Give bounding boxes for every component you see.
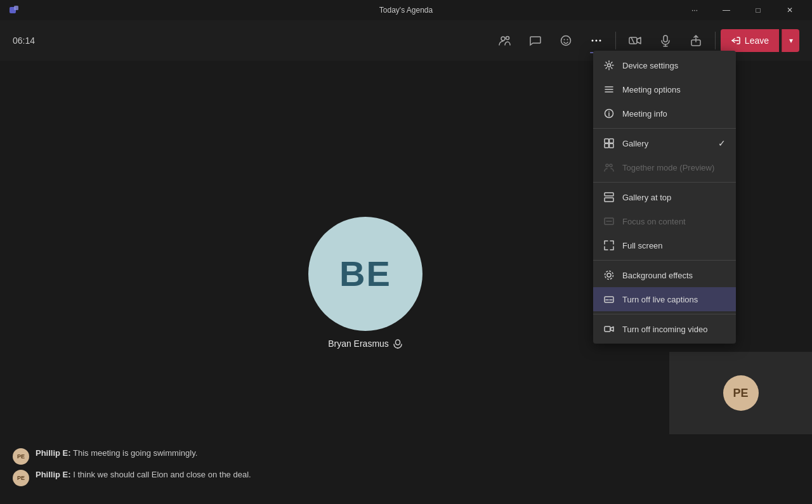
menu-item-background-effects[interactable]: Background effects <box>593 263 736 287</box>
participant-tile: PE <box>669 352 812 434</box>
menu-label-focus-content: Focus on content <box>622 217 686 226</box>
title-bar: Today's Agenda ··· — □ ✕ <box>0 0 812 20</box>
menu-icon-live-captions <box>603 294 615 305</box>
menu-separator-10 <box>593 260 736 261</box>
svg-rect-16 <box>395 340 400 345</box>
svg-point-3 <box>506 37 509 40</box>
svg-rect-12 <box>664 36 667 42</box>
menu-icon-together-mode <box>603 162 615 173</box>
menu-label-fullscreen: Full screen <box>622 241 663 250</box>
svg-rect-31 <box>605 193 613 196</box>
menu-label-gallery-top: Gallery at top <box>622 193 671 202</box>
menu-separator-13 <box>593 314 736 314</box>
more-options-btn[interactable]: ··· <box>680 0 709 20</box>
svg-rect-27 <box>605 144 609 148</box>
svg-point-7 <box>591 40 593 42</box>
menu-icon-focus-content <box>603 216 615 227</box>
toolbar-separator-2 <box>715 32 716 49</box>
menu-check-gallery: ✓ <box>718 138 726 148</box>
main-participant-name: Bryan Erasmus <box>328 339 403 349</box>
menu-item-gallery-top[interactable]: Gallery at top <box>593 185 736 209</box>
reactions-button[interactable] <box>552 27 580 55</box>
leave-button[interactable]: Leave <box>721 29 779 52</box>
menu-icon-gallery <box>603 138 615 149</box>
chat-message-2: PE Phillip E: I think we should call Elo… <box>13 470 799 486</box>
menu-label-meeting-info: Meeting info <box>622 109 667 119</box>
title-bar-left <box>8 4 20 16</box>
menu-icon-fullscreen <box>603 240 615 251</box>
svg-point-9 <box>599 40 601 42</box>
call-timer: 06:14 <box>13 36 44 46</box>
menu-item-gallery[interactable]: Gallery✓ <box>593 131 736 155</box>
svg-point-29 <box>606 164 608 167</box>
svg-point-35 <box>607 273 611 277</box>
svg-rect-1 <box>14 6 18 10</box>
chat-text-1: This meeting is going swimmingly. <box>73 448 197 458</box>
svg-point-24 <box>608 111 610 112</box>
more-menu: Device settingsMeeting optionsMeeting in… <box>593 51 736 344</box>
menu-item-fullscreen[interactable]: Full screen <box>593 233 736 257</box>
menu-label-incoming-video: Turn off incoming video <box>622 325 707 334</box>
menu-icon-device-settings <box>603 60 615 71</box>
teams-logo-icon <box>8 4 20 16</box>
svg-rect-28 <box>610 144 614 148</box>
maximize-btn[interactable]: □ <box>743 0 773 20</box>
menu-item-together-mode: Together mode (Preview) <box>593 155 736 179</box>
svg-line-11 <box>631 37 634 44</box>
svg-rect-25 <box>605 139 609 143</box>
minimize-btn[interactable]: — <box>712 0 741 20</box>
menu-label-background-effects: Background effects <box>622 271 693 280</box>
menu-label-together-mode: Together mode (Preview) <box>622 163 714 172</box>
close-btn[interactable]: ✕ <box>775 0 804 20</box>
menu-icon-meeting-options <box>603 84 615 95</box>
menu-item-incoming-video[interactable]: Turn off incoming video <box>593 317 736 341</box>
chat-avatar-2: PE <box>13 470 29 486</box>
toolbar-separator <box>615 32 616 49</box>
svg-point-36 <box>605 271 613 280</box>
menu-item-live-captions[interactable]: Turn off live captions <box>593 287 736 311</box>
menu-label-device-settings: Device settings <box>622 61 678 70</box>
menu-icon-background-effects <box>603 269 615 281</box>
people-button[interactable] <box>491 27 519 55</box>
menu-label-meeting-options: Meeting options <box>622 85 681 94</box>
menu-item-meeting-options[interactable]: Meeting options <box>593 77 736 101</box>
main-avatar: BE <box>308 217 422 331</box>
menu-icon-incoming-video <box>603 323 615 335</box>
menu-icon-gallery-top <box>603 191 615 203</box>
menu-item-meeting-info[interactable]: Meeting info <box>593 101 736 126</box>
menu-icon-meeting-info <box>603 108 615 119</box>
menu-item-device-settings[interactable]: Device settings <box>593 53 736 77</box>
menu-item-focus-content: Focus on content <box>593 209 736 233</box>
participant-avatar: PE <box>723 375 759 411</box>
chat-avatar-1: PE <box>13 448 29 465</box>
chat-button[interactable] <box>521 27 549 55</box>
window-controls: ··· — □ ✕ <box>680 0 804 20</box>
window-title: Today's Agenda <box>379 6 433 15</box>
chat-message-1: PE Phillip E: This meeting is going swim… <box>13 448 799 465</box>
leave-chevron-button[interactable]: ▾ <box>782 29 799 52</box>
chat-area: PE Phillip E: This meeting is going swim… <box>0 441 812 504</box>
menu-label-gallery: Gallery <box>622 139 648 148</box>
svg-rect-40 <box>605 326 610 332</box>
svg-point-5 <box>563 39 565 41</box>
main-participant: BE Bryan Erasmus <box>308 217 422 349</box>
svg-point-8 <box>595 40 597 42</box>
chat-sender-2: Phillip E: <box>36 470 71 479</box>
svg-rect-32 <box>605 198 613 202</box>
svg-point-2 <box>501 37 505 41</box>
chat-sender-1: Phillip E: <box>36 448 71 458</box>
menu-separator-6 <box>593 182 736 183</box>
svg-point-30 <box>610 164 612 167</box>
menu-separator-3 <box>593 128 736 129</box>
svg-rect-26 <box>610 139 614 143</box>
chat-text-2: I think we should call Elon and close on… <box>73 470 251 479</box>
menu-label-live-captions: Turn off live captions <box>622 295 698 304</box>
svg-point-6 <box>566 39 568 41</box>
svg-point-18 <box>608 64 611 67</box>
